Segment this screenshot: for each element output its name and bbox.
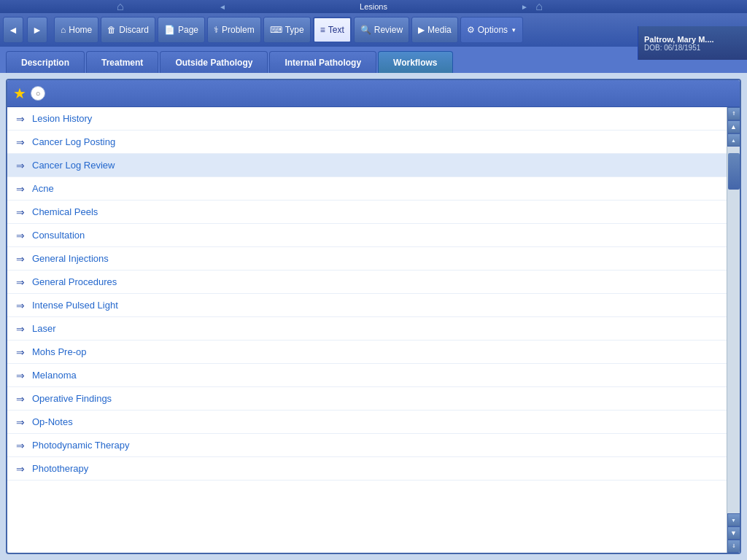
lesion-title: Lesions	[360, 2, 387, 11]
arrow-icon: ⇒	[16, 346, 25, 358]
scroll-bottom-button[interactable]: ▼	[727, 526, 740, 540]
item-label: Cancer Log Review	[32, 160, 115, 171]
lesion-right-arrow[interactable]: ►	[521, 3, 528, 11]
arrow-icon: ⇒	[16, 416, 25, 428]
content-header: ★ ○	[7, 80, 740, 107]
tab-internal-pathology[interactable]: Internal Pathology	[269, 51, 376, 73]
tab-workflows[interactable]: Workflows	[378, 51, 452, 73]
item-label: Chemical Peels	[32, 206, 98, 217]
search-button[interactable]: ○	[31, 86, 45, 101]
item-label: Acne	[32, 183, 54, 194]
list-area: ⇒ Lesion History ⇒ Cancer Log Posting ⇒ …	[7, 107, 740, 553]
item-label: Consultation	[32, 230, 85, 241]
options-icon: ⚙	[467, 25, 475, 35]
item-label: Melanoma	[32, 370, 77, 381]
arrow-icon: ⇒	[16, 206, 25, 218]
item-label: Cancer Log Posting	[32, 136, 115, 147]
list-item-general-injections[interactable]: ⇒ General Injections	[7, 247, 727, 271]
home-icon-right: ⌂	[535, 0, 543, 13]
problem-icon: ⚕	[214, 25, 219, 35]
list-item-laser[interactable]: ⇒ Laser	[7, 317, 727, 341]
item-label: Photodynamic Therapy	[32, 440, 129, 451]
arrow-icon: ⇒	[16, 440, 25, 451]
page-icon: 📄	[164, 25, 175, 35]
arrow-icon: ⇒	[16, 113, 25, 125]
arrow-icon: ⇒	[16, 136, 25, 148]
list-item-cancer-log-review[interactable]: ⇒ Cancer Log Review	[7, 154, 727, 177]
list-item-melanoma[interactable]: ⇒ Melanoma	[7, 364, 727, 387]
list-item-acne[interactable]: ⇒ Acne	[7, 177, 727, 201]
item-label: Lesion History	[32, 113, 92, 124]
item-label: Operative Findings	[32, 393, 112, 404]
discard-icon: 🗑	[107, 25, 116, 35]
text-button[interactable]: ≡ Text	[313, 17, 352, 43]
patient-name: Paltrow, Mary M....	[644, 35, 741, 44]
item-label: Op-Notes	[32, 416, 73, 427]
content-panel: ★ ○ ⇒ Lesion History ⇒ Cancer Log Postin…	[6, 79, 741, 554]
problem-button[interactable]: ⚕ Problem	[207, 17, 261, 43]
item-label: General Procedures	[32, 276, 117, 287]
list-items: ⇒ Lesion History ⇒ Cancer Log Posting ⇒ …	[7, 107, 727, 553]
search-icon: ○	[36, 89, 41, 98]
arrow-icon: ⇒	[16, 253, 25, 265]
arrow-icon: ⇒	[16, 300, 25, 311]
home-icon-left: ⌂	[117, 0, 124, 13]
tab-description[interactable]: Description	[6, 51, 85, 73]
main-content: ★ ○ ⇒ Lesion History ⇒ Cancer Log Postin…	[0, 73, 747, 560]
item-label: Mohs Pre-op	[32, 346, 86, 357]
list-item-cancer-log-posting[interactable]: ⇒ Cancer Log Posting	[7, 131, 727, 154]
scroll-top-top-button[interactable]: ⇑	[727, 107, 740, 120]
list-item-mohs-pre-op[interactable]: ⇒ Mohs Pre-op	[7, 341, 727, 364]
list-item-op-notes[interactable]: ⇒ Op-Notes	[7, 411, 727, 434]
scroll-top-button[interactable]: ▲	[727, 120, 740, 133]
tabs-row: Description Treatment Outside Pathology …	[0, 47, 747, 73]
options-button[interactable]: ⚙ Options ▼	[460, 17, 523, 43]
item-label: General Injections	[32, 253, 109, 264]
scroll-bottom-bottom-button[interactable]: ⇓	[727, 540, 740, 553]
list-item-consultation[interactable]: ⇒ Consultation	[7, 224, 727, 247]
favorite-star[interactable]: ★	[13, 85, 26, 102]
arrow-icon: ⇒	[16, 160, 25, 171]
forward-button[interactable]: ►	[27, 17, 47, 43]
scroll-track	[727, 147, 740, 513]
media-button[interactable]: ▶ Media	[411, 17, 458, 43]
list-item-operative-findings[interactable]: ⇒ Operative Findings	[7, 387, 727, 411]
type-button[interactable]: ⌨ Type	[263, 17, 311, 43]
arrow-icon: ⇒	[16, 370, 25, 381]
arrow-icon: ⇒	[16, 463, 25, 475]
patient-dob: DOB: 06/18/1951	[644, 44, 741, 52]
page-button[interactable]: 📄 Page	[158, 17, 205, 43]
arrow-icon: ⇒	[16, 393, 25, 405]
options-chevron-icon: ▼	[511, 27, 516, 34]
arrow-icon: ⇒	[16, 276, 25, 288]
media-icon: ▶	[418, 25, 425, 35]
lesion-left-arrow[interactable]: ◄	[219, 3, 226, 11]
item-label: Laser	[32, 323, 56, 334]
top-strip: ⌂ ◄ Lesions ► ⌂	[0, 0, 747, 13]
arrow-icon: ⇒	[16, 323, 25, 335]
list-item-lesion-history[interactable]: ⇒ Lesion History	[7, 107, 727, 131]
item-label: Intense Pulsed Light	[32, 300, 118, 311]
toolbar: Paltrow, Mary M.... DOB: 06/18/1951 ◄ ► …	[0, 13, 747, 47]
list-item-general-procedures[interactable]: ⇒ General Procedures	[7, 271, 727, 294]
item-label: Phototherapy	[32, 463, 88, 474]
home-icon: ⌂	[61, 25, 66, 35]
back-button[interactable]: ◄	[3, 17, 23, 43]
list-item-photodynamic-therapy[interactable]: ⇒ Photodynamic Therapy	[7, 434, 727, 457]
review-button[interactable]: 🔍 Review	[354, 17, 409, 43]
text-icon: ≡	[320, 25, 325, 35]
scroll-thumb[interactable]	[728, 153, 740, 190]
review-icon: 🔍	[360, 25, 371, 35]
type-icon: ⌨	[270, 25, 282, 35]
tab-treatment[interactable]: Treatment	[86, 51, 158, 73]
scroll-up-button[interactable]: ▲	[727, 133, 740, 147]
scroll-down-button[interactable]: ▼	[727, 513, 740, 526]
arrow-icon: ⇒	[16, 183, 25, 195]
list-item-chemical-peels[interactable]: ⇒ Chemical Peels	[7, 201, 727, 224]
list-item-phototherapy[interactable]: ⇒ Phototherapy	[7, 457, 727, 481]
list-item-intense-pulsed-light[interactable]: ⇒ Intense Pulsed Light	[7, 294, 727, 317]
scrollbar: ⇑ ▲ ▲ ▼ ▼ ⇓	[727, 107, 740, 553]
discard-button[interactable]: 🗑 Discard	[101, 17, 155, 43]
tab-outside-pathology[interactable]: Outside Pathology	[160, 51, 268, 73]
home-button[interactable]: ⌂ Home	[54, 17, 98, 43]
